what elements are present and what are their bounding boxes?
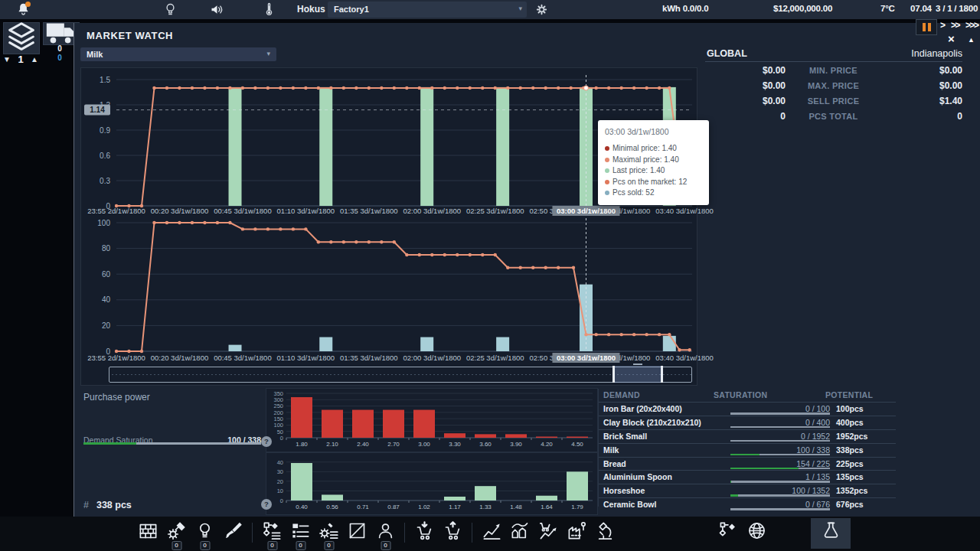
machines-button[interactable]: 0 [315, 518, 343, 549]
price-chart-x-axis: 23:55 2d/1w/180000:20 3d/1w/180000:45 3d… [81, 206, 697, 217]
demand-row[interactable]: Horseshoe100 / 13521352pcs [599, 484, 896, 497]
sound-icon[interactable] [209, 2, 225, 18]
toolbar-divider [404, 523, 405, 543]
export-button[interactable] [439, 518, 467, 549]
hammer-icon [166, 520, 187, 541]
demand-row[interactable]: Aluminium Spoon1 / 135135pcs [599, 470, 896, 484]
demand-header-demand: DEMAND [603, 390, 640, 399]
global-price-row: $0.00MAX. PRICE$0.00 [705, 77, 962, 93]
x-axis-label: 02:25 3d/1w/1800 [466, 207, 524, 215]
svg-text:1.64: 1.64 [541, 504, 553, 510]
x-axis-label: 02:25 3d/1w/1800 [466, 354, 524, 362]
construction-button[interactable]: 0 [162, 518, 191, 549]
fast-speed-button[interactable]: >> [951, 20, 959, 31]
layer-down-button[interactable]: ▼ [3, 55, 11, 64]
fastest-speed-button[interactable]: >>> [965, 20, 978, 31]
settings-gear-icon[interactable] [534, 2, 550, 18]
global-scope-title: GLOBAL [707, 48, 747, 59]
layers-button[interactable] [3, 22, 40, 54]
demand-row[interactable]: Clay Block (210x210x210)0 / 400400pcs [599, 416, 896, 429]
close-window-button[interactable]: × [948, 32, 955, 45]
factory-view-button[interactable] [811, 518, 851, 549]
player-name: Hokus [297, 4, 325, 15]
crossed-box-icon [347, 520, 368, 541]
ideas-button[interactable]: 0 [191, 518, 219, 549]
svg-text:350: 350 [273, 390, 283, 397]
task-list-button[interactable]: 0 [286, 518, 315, 549]
production-lines-button[interactable]: 0 [258, 518, 286, 549]
x-axis-label: 03:40 3d/1w/1800 [655, 354, 714, 362]
city-value: 0 [878, 111, 962, 122]
production-chain-button[interactable] [714, 518, 743, 549]
list-icon [290, 520, 311, 541]
global-price-panel: GLOBAL Indianapolis $0.00MIN. PRICE$0.00… [705, 47, 962, 147]
potential-value: 1352pcs [836, 486, 867, 495]
workers-button[interactable]: 0 [371, 518, 400, 549]
svg-text:4.20: 4.20 [541, 441, 553, 448]
town-stats-button[interactable] [506, 518, 534, 549]
tooltip-legend-item: Pcs sold: 52 [605, 187, 702, 199]
trade-stats-button[interactable] [534, 518, 563, 549]
demand-row[interactable]: Bread154 / 225225pcs [599, 457, 896, 471]
product-name: Milk [603, 445, 619, 455]
lamp-icon[interactable] [162, 2, 178, 18]
pieces-chart[interactable]: 020406080100 [81, 217, 697, 367]
demand-row[interactable]: Ceramic Bowl0 / 676676pcs [599, 497, 896, 511]
temperature-stat: 7°C [880, 4, 895, 13]
x-axis-label: 23:55 2d/1w/1800 [87, 207, 145, 215]
product-name: Bread [603, 459, 626, 468]
layer-up-button[interactable]: ▲ [31, 55, 38, 64]
collapse-panel-button[interactable]: ▲ [968, 36, 975, 44]
factory-select[interactable]: Factory1 ▾ [328, 2, 527, 18]
svg-text:0.56: 0.56 [326, 504, 338, 510]
svg-text:0.6: 0.6 [100, 152, 110, 160]
deliveries-pending-count: 0 [43, 54, 77, 62]
research-button[interactable] [591, 518, 619, 549]
x-axis-label: 23:55 2d/1w/1800 [87, 354, 145, 362]
demand-table: DEMANDSATURATIONPOTENTIAL Iron Bar (20x2… [598, 389, 896, 507]
toolbar-divider [252, 523, 253, 543]
svg-text:1.5: 1.5 [100, 76, 110, 84]
storage-button[interactable] [343, 518, 371, 549]
demand-row[interactable]: Milk100 / 338338pcs [599, 443, 896, 457]
temperature-icon[interactable] [261, 2, 277, 18]
globe-icon [746, 520, 767, 541]
paint-button[interactable] [219, 518, 247, 549]
time-range-scrollbar[interactable] [109, 367, 692, 383]
help-icon[interactable]: ? [261, 436, 272, 447]
svg-text:20: 20 [277, 478, 283, 485]
svg-text:200: 200 [273, 409, 283, 416]
demand-row[interactable]: Iron Bar (20x20x400)0 / 100100pcs [599, 402, 896, 416]
pause-button[interactable] [916, 19, 937, 35]
microscope-icon [595, 520, 616, 541]
build-bricks-button[interactable] [134, 518, 162, 549]
svg-text:0.40: 0.40 [296, 504, 308, 510]
product-name: Brick Small [603, 432, 647, 441]
play-speed-button[interactable]: > [940, 20, 945, 31]
svg-text:4.50: 4.50 [571, 441, 583, 448]
purchase-power-histogram: 0501001502002503003501.802.102.402.703.0… [266, 389, 596, 450]
product-name: Clay Block (210x210x210) [603, 418, 701, 427]
product-select[interactable]: Milk ▾ [80, 47, 276, 61]
import-button[interactable] [410, 518, 439, 549]
world-map-button[interactable] [743, 518, 771, 549]
svg-text:3.60: 3.60 [479, 441, 492, 448]
time-range-selection[interactable] [612, 366, 663, 383]
toolbar-divider [472, 523, 472, 543]
x-axis-label: 01:10 3d/1w/1800 [277, 207, 335, 215]
help-icon[interactable]: ? [261, 499, 272, 510]
legend-dot-icon [605, 168, 609, 173]
factory-select-value: Factory1 [334, 5, 369, 14]
layer-stepper: ▼ 1 ▲ [3, 54, 38, 65]
x-axis-label: 01:10 3d/1w/1800 [277, 354, 335, 362]
svg-text:0.9: 0.9 [100, 126, 110, 135]
product-select-value: Milk [87, 50, 103, 59]
energy-stat: kWh 0.0/0.0 [662, 4, 708, 13]
market-watch-button[interactable] [478, 518, 506, 549]
demand-row[interactable]: Brick Small0 / 19521952pcs [599, 429, 896, 443]
factory-stats-button[interactable] [563, 518, 591, 549]
demand-header-potential: POTENTIAL [825, 390, 873, 399]
legend-dot-icon [605, 146, 609, 151]
purchase-power-histogram-box: 0501001502002503003501.802.102.402.703.0… [266, 388, 598, 452]
town-chart-icon [510, 520, 531, 541]
